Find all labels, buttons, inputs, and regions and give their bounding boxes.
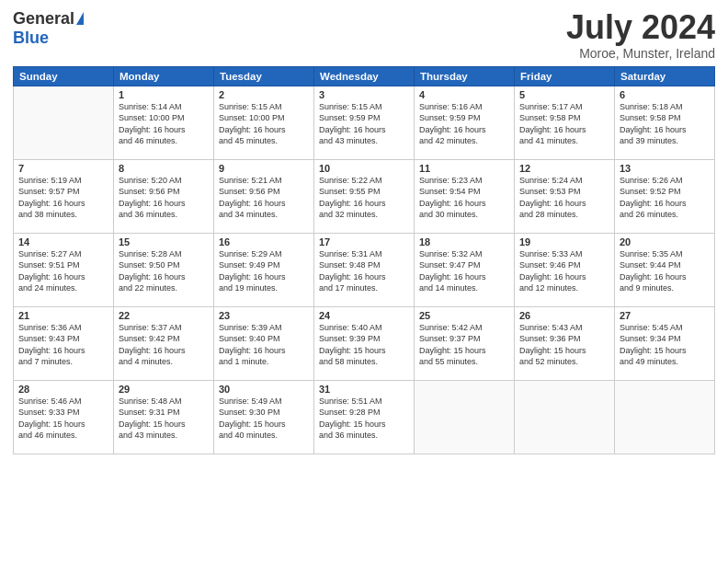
calendar-cell <box>515 380 615 454</box>
calendar-cell: 30Sunrise: 5:49 AM Sunset: 9:30 PM Dayli… <box>214 380 314 454</box>
calendar-cell: 5Sunrise: 5:17 AM Sunset: 9:58 PM Daylig… <box>515 86 615 159</box>
day-info: Sunrise: 5:17 AM Sunset: 9:58 PM Dayligh… <box>519 101 609 147</box>
day-number: 6 <box>620 89 710 100</box>
logo-triangle-icon <box>76 12 84 25</box>
day-info: Sunrise: 5:43 AM Sunset: 9:36 PM Dayligh… <box>519 322 609 368</box>
day-number: 16 <box>219 236 309 247</box>
calendar-cell: 9Sunrise: 5:21 AM Sunset: 9:56 PM Daylig… <box>214 159 314 233</box>
day-info: Sunrise: 5:39 AM Sunset: 9:40 PM Dayligh… <box>219 322 309 368</box>
day-number: 17 <box>319 236 409 247</box>
calendar-cell: 7Sunrise: 5:19 AM Sunset: 9:57 PM Daylig… <box>14 159 114 233</box>
calendar-cell: 18Sunrise: 5:32 AM Sunset: 9:47 PM Dayli… <box>415 233 515 306</box>
day-number: 29 <box>119 384 209 395</box>
page: General Blue July 2024 Moroe, Munster, I… <box>0 0 728 563</box>
day-number: 22 <box>119 310 209 321</box>
day-number: 5 <box>519 89 609 100</box>
day-info: Sunrise: 5:49 AM Sunset: 9:30 PM Dayligh… <box>219 396 309 442</box>
calendar-week-row: 28Sunrise: 5:46 AM Sunset: 9:33 PM Dayli… <box>14 380 715 454</box>
location: Moroe, Munster, Ireland <box>566 46 715 61</box>
calendar-cell: 3Sunrise: 5:15 AM Sunset: 9:59 PM Daylig… <box>314 86 415 159</box>
day-number: 2 <box>219 89 309 100</box>
calendar-cell: 22Sunrise: 5:37 AM Sunset: 9:42 PM Dayli… <box>114 306 214 380</box>
day-info: Sunrise: 5:46 AM Sunset: 9:33 PM Dayligh… <box>18 396 108 442</box>
day-info: Sunrise: 5:22 AM Sunset: 9:55 PM Dayligh… <box>319 175 409 221</box>
calendar-week-row: 21Sunrise: 5:36 AM Sunset: 9:43 PM Dayli… <box>14 306 715 380</box>
day-info: Sunrise: 5:23 AM Sunset: 9:54 PM Dayligh… <box>419 175 509 221</box>
day-number: 11 <box>419 163 509 174</box>
day-number: 30 <box>219 384 309 395</box>
calendar-cell: 1Sunrise: 5:14 AM Sunset: 10:00 PM Dayli… <box>114 86 214 159</box>
calendar-cell: 20Sunrise: 5:35 AM Sunset: 9:44 PM Dayli… <box>615 233 715 306</box>
calendar-cell: 25Sunrise: 5:42 AM Sunset: 9:37 PM Dayli… <box>415 306 515 380</box>
day-number: 1 <box>119 89 209 100</box>
day-info: Sunrise: 5:27 AM Sunset: 9:51 PM Dayligh… <box>18 248 108 294</box>
day-number: 25 <box>419 310 509 321</box>
day-number: 18 <box>419 236 509 247</box>
calendar-cell: 8Sunrise: 5:20 AM Sunset: 9:56 PM Daylig… <box>114 159 214 233</box>
calendar-cell: 4Sunrise: 5:16 AM Sunset: 9:59 PM Daylig… <box>415 86 515 159</box>
day-info: Sunrise: 5:15 AM Sunset: 10:00 PM Daylig… <box>219 101 309 147</box>
day-number: 13 <box>620 163 710 174</box>
calendar-cell: 6Sunrise: 5:18 AM Sunset: 9:58 PM Daylig… <box>615 86 715 159</box>
day-info: Sunrise: 5:16 AM Sunset: 9:59 PM Dayligh… <box>419 101 509 147</box>
day-number: 21 <box>18 310 108 321</box>
day-info: Sunrise: 5:18 AM Sunset: 9:58 PM Dayligh… <box>620 101 710 147</box>
day-info: Sunrise: 5:15 AM Sunset: 9:59 PM Dayligh… <box>319 101 409 147</box>
calendar-week-row: 7Sunrise: 5:19 AM Sunset: 9:57 PM Daylig… <box>14 159 715 233</box>
calendar-cell: 13Sunrise: 5:26 AM Sunset: 9:52 PM Dayli… <box>615 159 715 233</box>
day-number: 27 <box>620 310 710 321</box>
day-number: 23 <box>219 310 309 321</box>
calendar-cell: 12Sunrise: 5:24 AM Sunset: 9:53 PM Dayli… <box>515 159 615 233</box>
day-number: 26 <box>519 310 609 321</box>
day-number: 31 <box>319 384 409 395</box>
calendar-cell: 21Sunrise: 5:36 AM Sunset: 9:43 PM Dayli… <box>14 306 114 380</box>
day-number: 14 <box>18 236 108 247</box>
calendar-cell: 23Sunrise: 5:39 AM Sunset: 9:40 PM Dayli… <box>214 306 314 380</box>
day-number: 24 <box>319 310 409 321</box>
day-number: 10 <box>319 163 409 174</box>
calendar-week-row: 14Sunrise: 5:27 AM Sunset: 9:51 PM Dayli… <box>14 233 715 306</box>
day-info: Sunrise: 5:42 AM Sunset: 9:37 PM Dayligh… <box>419 322 509 368</box>
calendar-cell: 17Sunrise: 5:31 AM Sunset: 9:48 PM Dayli… <box>314 233 415 306</box>
day-info: Sunrise: 5:19 AM Sunset: 9:57 PM Dayligh… <box>18 175 108 221</box>
weekday-header: Wednesday <box>314 66 415 86</box>
day-info: Sunrise: 5:29 AM Sunset: 9:49 PM Dayligh… <box>219 248 309 294</box>
day-number: 4 <box>419 89 509 100</box>
day-number: 9 <box>219 163 309 174</box>
day-info: Sunrise: 5:37 AM Sunset: 9:42 PM Dayligh… <box>119 322 209 368</box>
day-info: Sunrise: 5:51 AM Sunset: 9:28 PM Dayligh… <box>319 396 409 442</box>
calendar-cell: 15Sunrise: 5:28 AM Sunset: 9:50 PM Dayli… <box>114 233 214 306</box>
month-title: July 2024 <box>566 9 715 46</box>
weekday-header: Friday <box>515 66 615 86</box>
calendar-cell: 27Sunrise: 5:45 AM Sunset: 9:34 PM Dayli… <box>615 306 715 380</box>
day-info: Sunrise: 5:24 AM Sunset: 9:53 PM Dayligh… <box>519 175 609 221</box>
day-info: Sunrise: 5:20 AM Sunset: 9:56 PM Dayligh… <box>119 175 209 221</box>
calendar-cell: 2Sunrise: 5:15 AM Sunset: 10:00 PM Dayli… <box>214 86 314 159</box>
day-info: Sunrise: 5:40 AM Sunset: 9:39 PM Dayligh… <box>319 322 409 368</box>
header-row: SundayMondayTuesdayWednesdayThursdayFrid… <box>14 66 715 86</box>
day-number: 20 <box>620 236 710 247</box>
calendar-table: SundayMondayTuesdayWednesdayThursdayFrid… <box>13 66 715 454</box>
day-info: Sunrise: 5:35 AM Sunset: 9:44 PM Dayligh… <box>620 248 710 294</box>
logo-general-text: General <box>13 9 74 29</box>
day-info: Sunrise: 5:28 AM Sunset: 9:50 PM Dayligh… <box>119 248 209 294</box>
day-info: Sunrise: 5:14 AM Sunset: 10:00 PM Daylig… <box>119 101 209 147</box>
title-section: July 2024 Moroe, Munster, Ireland <box>566 9 715 61</box>
weekday-header: Tuesday <box>214 66 314 86</box>
day-info: Sunrise: 5:45 AM Sunset: 9:34 PM Dayligh… <box>620 322 710 368</box>
day-info: Sunrise: 5:32 AM Sunset: 9:47 PM Dayligh… <box>419 248 509 294</box>
logo: General Blue <box>13 9 84 48</box>
day-info: Sunrise: 5:36 AM Sunset: 9:43 PM Dayligh… <box>18 322 108 368</box>
calendar-cell: 29Sunrise: 5:48 AM Sunset: 9:31 PM Dayli… <box>114 380 214 454</box>
weekday-header: Saturday <box>615 66 715 86</box>
day-number: 12 <box>519 163 609 174</box>
header: General Blue July 2024 Moroe, Munster, I… <box>13 9 715 61</box>
calendar-cell: 24Sunrise: 5:40 AM Sunset: 9:39 PM Dayli… <box>314 306 415 380</box>
day-info: Sunrise: 5:31 AM Sunset: 9:48 PM Dayligh… <box>319 248 409 294</box>
day-info: Sunrise: 5:48 AM Sunset: 9:31 PM Dayligh… <box>119 396 209 442</box>
day-number: 8 <box>119 163 209 174</box>
calendar-cell: 26Sunrise: 5:43 AM Sunset: 9:36 PM Dayli… <box>515 306 615 380</box>
day-number: 19 <box>519 236 609 247</box>
calendar-cell: 28Sunrise: 5:46 AM Sunset: 9:33 PM Dayli… <box>14 380 114 454</box>
calendar-cell <box>14 86 114 159</box>
